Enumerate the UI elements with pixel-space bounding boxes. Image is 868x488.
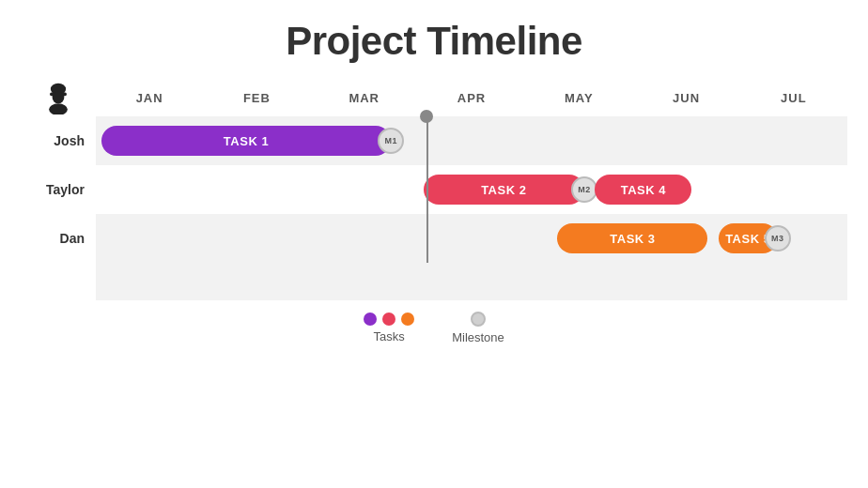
month-apr: APR	[418, 91, 525, 105]
month-jan: JAN	[96, 91, 203, 105]
data-row-taylor: TaylorTASK 2M2TASK 4	[21, 165, 847, 214]
person-label-dan: Dan	[21, 231, 96, 246]
row-content-dan: TASK 3TASK 5M3	[96, 214, 847, 263]
chart-area: JANFEBMARAPRMAYJUNJUL JoshTASK 1M1Taylor…	[21, 79, 847, 479]
legend-milestone-dot	[471, 312, 486, 327]
legend-milestone-group: Milestone	[452, 312, 504, 344]
person-label-taylor: Taylor	[21, 182, 96, 197]
person-icon	[21, 81, 96, 114]
legend-tasks-label: Tasks	[374, 329, 405, 343]
page-title: Project Timeline	[286, 19, 582, 64]
row-content-taylor: TASK 2M2TASK 4	[96, 165, 847, 214]
today-line	[426, 214, 428, 263]
legend-tasks-group: Tasks	[364, 313, 414, 343]
header-row: JANFEBMARAPRMAYJUNJUL	[21, 79, 847, 116]
person-label-josh: Josh	[21, 133, 96, 148]
today-line	[426, 116, 428, 165]
month-may: MAY	[525, 91, 632, 105]
task-bar-task2: TASK 2M2	[424, 175, 584, 205]
data-rows: JoshTASK 1M1TaylorTASK 2M2TASK 4DanTASK …	[21, 116, 847, 300]
svg-point-2	[53, 92, 65, 104]
months-row: JANFEBMARAPRMAYJUNJUL	[96, 91, 847, 105]
task-label-task3: TASK 3	[610, 232, 655, 246]
svg-point-3	[49, 103, 68, 114]
task-bar-task3: TASK 3	[557, 223, 707, 253]
task-label-task4: TASK 4	[621, 183, 666, 197]
task-label-task2: TASK 2	[481, 183, 526, 197]
month-mar: MAR	[311, 91, 418, 105]
empty-row	[21, 263, 847, 300]
empty-row-bg	[96, 263, 847, 300]
month-feb: FEB	[203, 91, 310, 105]
milestone-m2: M2	[571, 176, 597, 203]
legend-dot-orange	[401, 313, 414, 326]
row-content-josh: TASK 1M1	[96, 116, 847, 165]
milestone-m1: M1	[378, 128, 404, 154]
today-line	[426, 165, 428, 214]
task-label-task1: TASK 1	[224, 134, 269, 148]
page: Project Timeline J	[0, 0, 868, 488]
legend-dots	[364, 313, 414, 326]
legend: Tasks Milestone	[21, 312, 847, 352]
legend-milestone-label: Milestone	[452, 330, 504, 344]
legend-dot-red	[382, 313, 395, 326]
task-bar-task4: TASK 4	[595, 175, 691, 205]
month-jun: JUN	[632, 91, 739, 105]
header-person-col	[21, 81, 96, 114]
data-row-josh: JoshTASK 1M1	[21, 116, 847, 165]
task-bar-task5: TASK 5M3	[719, 223, 778, 253]
data-row-dan: DanTASK 3TASK 5M3	[21, 214, 847, 263]
legend-dot-purple	[364, 313, 377, 326]
milestone-m3: M3	[765, 225, 791, 252]
task-bar-task1: TASK 1M1	[101, 126, 392, 156]
month-jul: JUL	[740, 91, 847, 105]
